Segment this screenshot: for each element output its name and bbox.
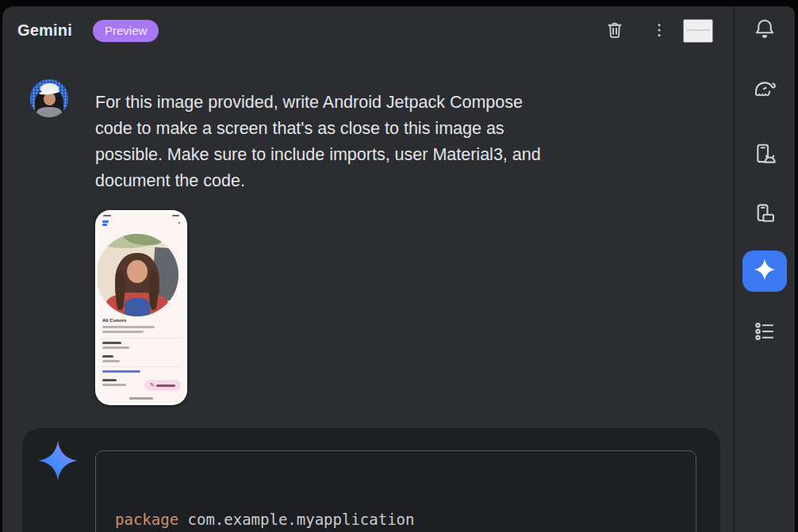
user-message-line: document the code. <box>95 168 698 194</box>
profile-photo <box>98 234 178 316</box>
tasks-list-button[interactable] <box>752 320 777 346</box>
avatar-shoulders <box>36 107 62 117</box>
phone-screen: Ali Conors ✎ <box>98 212 185 403</box>
hide-panel-button[interactable] <box>683 19 713 43</box>
phone-status-left <box>103 215 111 216</box>
kebab-menu-icon <box>650 21 669 42</box>
gemini-stripe-button-active[interactable] <box>742 251 787 292</box>
trash-icon <box>604 20 625 43</box>
profile-value-bar <box>102 384 126 386</box>
profile-divider <box>102 366 181 367</box>
edit-profile-text-bar <box>156 385 175 387</box>
code-block[interactable]: package com.example.myapplication import… <box>95 450 696 532</box>
gradle-tool-button[interactable] <box>752 78 777 104</box>
phone-appbar-icon <box>102 220 109 226</box>
profile-subtitle-bar <box>102 331 144 333</box>
bell-icon <box>753 17 777 44</box>
profile-subtitle-bar <box>102 326 155 328</box>
gradle-icon <box>752 77 777 105</box>
preview-badge: Preview <box>93 20 159 42</box>
code-text: com.example.myapplication <box>178 511 414 528</box>
gemini-spark-icon <box>753 258 777 285</box>
tasks-list-icon <box>753 320 777 346</box>
device-manager-icon <box>752 142 777 170</box>
user-message: For this image provided, write Android J… <box>95 90 698 194</box>
gemini-spark-icon <box>36 439 79 482</box>
user-message-line: For this image provided, write Android J… <box>95 90 698 116</box>
user-message-line: code to make a screen that's as close to… <box>95 116 698 142</box>
panel-title: Gemini <box>17 21 72 40</box>
profile-value-bar <box>102 360 120 362</box>
photo-hair-strand <box>149 270 158 310</box>
running-devices-button[interactable] <box>752 203 777 228</box>
photo-face <box>127 260 148 283</box>
phone-home-indicator <box>129 397 153 400</box>
profile-label-bar <box>102 342 121 344</box>
attached-image-phone-mockup[interactable]: Ali Conors ✎ <box>95 210 187 405</box>
phone-overflow-dot <box>178 222 180 224</box>
phone-status-right <box>172 215 179 216</box>
minimize-icon <box>685 21 712 42</box>
clear-chat-button[interactable] <box>603 19 627 43</box>
code-line: package com.example.myapplication <box>115 509 677 530</box>
photo-shirt <box>125 298 150 316</box>
tool-stripe <box>735 6 795 532</box>
device-manager-button[interactable] <box>752 144 777 169</box>
running-devices-icon <box>752 201 777 230</box>
profile-link-bar <box>102 370 140 373</box>
gemini-response-bubble: package com.example.myapplication import… <box>22 428 720 532</box>
notifications-button[interactable] <box>752 17 777 43</box>
profile-divider <box>102 338 181 339</box>
profile-name: Ali Conors <box>102 318 126 323</box>
user-message-line: possible. Make sure to include imports, … <box>95 142 698 168</box>
more-options-button[interactable] <box>647 19 671 43</box>
pencil-icon: ✎ <box>150 382 155 388</box>
profile-value-bar <box>102 346 129 349</box>
profile-label-bar <box>102 355 113 358</box>
edit-profile-button: ✎ <box>144 380 181 391</box>
user-avatar <box>30 79 68 117</box>
profile-label-bar <box>102 379 117 381</box>
gemini-tool-window: Gemini Preview For <box>2 6 795 532</box>
code-keyword: package <box>115 511 178 528</box>
photo-hair-strand <box>116 270 125 310</box>
